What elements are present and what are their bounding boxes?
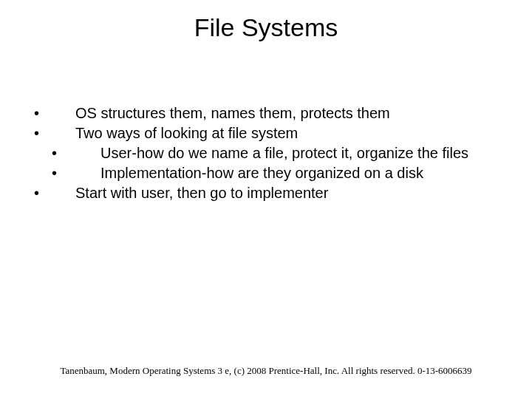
slide: File Systems • OS structures them, names… (0, 0, 532, 399)
bullet-text: Start with user, then go to implementer (75, 183, 502, 203)
bullet-text: User-how do we name a file, protect it, … (75, 143, 502, 163)
bullet-item-3: • Start with user, then go to implemente… (31, 183, 502, 203)
bullet-text: OS structures them, names them, protects… (75, 103, 502, 123)
bullet-item-2: • Two ways of looking at file system (31, 123, 502, 143)
bullet-icon: • (31, 143, 75, 163)
bullet-item-1: • OS structures them, names them, protec… (31, 103, 502, 123)
bullet-icon: • (31, 163, 75, 183)
slide-body: • OS structures them, names them, protec… (31, 103, 502, 203)
bullet-item-2b: • Implementation-how are they organized … (31, 163, 502, 183)
slide-footer: Tanenbaum, Modern Operating Systems 3 e,… (0, 365, 532, 377)
bullet-icon: • (31, 103, 75, 123)
bullet-item-2a: • User-how do we name a file, protect it… (31, 143, 502, 163)
bullet-text: Implementation-how are they organized on… (75, 163, 502, 183)
slide-title: File Systems (0, 13, 532, 42)
bullet-icon: • (31, 123, 75, 143)
bullet-icon: • (31, 183, 75, 203)
bullet-text: Two ways of looking at file system (75, 123, 502, 143)
